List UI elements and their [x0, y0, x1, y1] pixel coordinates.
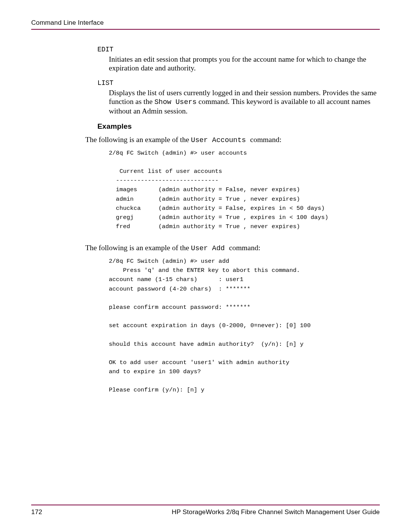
example2-intro: The following is an example of the User …: [85, 243, 380, 253]
example2-code: 2/8q FC Switch (admin) #> user add Press…: [97, 257, 380, 395]
keyword-edit-block: EDIT Initiates an edit session that prom…: [97, 46, 380, 72]
example2-intro-code: User Add: [191, 244, 229, 252]
example1-intro-prefix: The following is an example of the: [85, 136, 191, 144]
footer-doc-title: HP StorageWorks 2/8q Fibre Channel Switc…: [172, 508, 380, 516]
keyword-edit-desc: Initiates an edit session that prompts y…: [97, 55, 380, 72]
keyword-edit-term: EDIT: [97, 46, 380, 53]
footer-row: 172 HP StorageWorks 2/8q Fibre Channel S…: [31, 508, 380, 516]
example1-code: 2/8q FC Switch (admin) #> user accounts …: [97, 149, 380, 232]
examples-heading: Examples: [97, 122, 380, 131]
example1-intro-code: User Accounts: [191, 136, 250, 144]
footer-rule: [31, 505, 380, 505]
keyword-list-desc-code: Show Users: [155, 98, 197, 106]
keyword-list-block: LIST Displays the list of users currentl…: [97, 79, 380, 115]
example1-intro-suffix: command:: [250, 136, 281, 144]
example2-intro-suffix: command:: [229, 244, 260, 252]
example1-intro: The following is an example of the User …: [85, 135, 380, 145]
header-section-title: Command Line Interface: [31, 19, 380, 27]
keyword-list-term: LIST: [97, 79, 380, 87]
page-header: Command Line Interface: [31, 19, 380, 30]
page-container: Command Line Interface EDIT Initiates an…: [0, 0, 411, 532]
keyword-list-desc: Displays the list of users currently log…: [97, 88, 380, 115]
page-footer: 172 HP StorageWorks 2/8q Fibre Channel S…: [31, 505, 380, 516]
example2-intro-prefix: The following is an example of the: [85, 244, 191, 252]
footer-page-number: 172: [31, 508, 42, 516]
content-area: EDIT Initiates an edit session that prom…: [31, 30, 380, 395]
